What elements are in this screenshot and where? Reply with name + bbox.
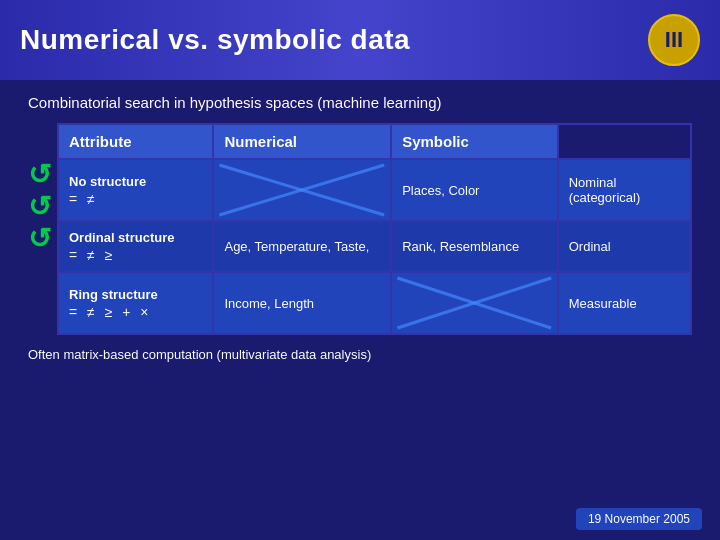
numerical-cell-1: Age, Temperature, Taste,	[213, 221, 391, 272]
header-type	[558, 124, 691, 159]
header-attribute: Attribute	[58, 124, 213, 159]
svg-line-0	[220, 165, 385, 215]
table-wrapper: ↺ ↺ ↺ Attribute Numerical Symbolic No st…	[28, 123, 692, 335]
numerical-cell-0	[213, 159, 391, 221]
table-row: No structure = ≠ Places, Co	[58, 159, 691, 221]
numerical-text-2: Income, Length	[224, 296, 314, 311]
attr-content-1: Ordinal structure = ≠ ≥	[69, 230, 202, 263]
symbolic-cell-2	[391, 272, 558, 334]
attr-name-0: No structure	[69, 174, 202, 189]
attr-content-2: Ring structure = ≠ ≥ + ×	[69, 287, 202, 320]
symbolic-cell-0: Places, Color	[391, 159, 558, 221]
type-text-0: Nominal (categorical)	[569, 175, 641, 205]
brace-mid: ↺	[28, 193, 51, 221]
university-logo: III	[648, 14, 700, 66]
attr-content-0: No structure = ≠	[69, 174, 202, 207]
type-text-2: Measurable	[569, 296, 637, 311]
attr-cell-0: No structure = ≠	[58, 159, 213, 221]
type-cell-1: Ordinal	[558, 221, 691, 272]
table-row: Ordinal structure = ≠ ≥ Age, Temperature…	[58, 221, 691, 272]
attr-symbols-1: = ≠ ≥	[69, 247, 202, 263]
page-title: Numerical vs. symbolic data	[20, 24, 410, 56]
svg-line-2	[398, 278, 552, 328]
brace-top: ↺	[28, 161, 51, 189]
title-bar: Numerical vs. symbolic data III	[0, 0, 720, 80]
attr-symbols-2: = ≠ ≥ + ×	[69, 304, 202, 320]
attr-cell-1: Ordinal structure = ≠ ≥	[58, 221, 213, 272]
type-cell-0: Nominal (categorical)	[558, 159, 691, 221]
svg-line-3	[398, 278, 552, 328]
table-header-row: Attribute Numerical Symbolic	[58, 124, 691, 159]
numerical-cell-2: Income, Length	[213, 272, 391, 334]
attr-name-2: Ring structure	[69, 287, 202, 302]
header-numerical: Numerical	[213, 124, 391, 159]
brace-bot: ↺	[28, 225, 51, 253]
type-text-1: Ordinal	[569, 239, 611, 254]
subtitle: Combinatorial search in hypothesis space…	[28, 94, 692, 111]
symbolic-text-0: Places, Color	[402, 183, 479, 198]
attr-name-1: Ordinal structure	[69, 230, 202, 245]
logo-symbol: III	[665, 27, 683, 53]
attr-symbols-0: = ≠	[69, 191, 202, 207]
table-row: Ring structure = ≠ ≥ + × Income, Length	[58, 272, 691, 334]
type-cell-2: Measurable	[558, 272, 691, 334]
svg-line-1	[220, 165, 385, 215]
footer-text: Often matrix-based computation (multivar…	[28, 347, 692, 362]
content-area: Combinatorial search in hypothesis space…	[0, 80, 720, 372]
cross-svg-0	[214, 160, 390, 220]
cross-svg-2	[392, 273, 557, 333]
date-badge: 19 November 2005	[576, 508, 702, 530]
data-table: Attribute Numerical Symbolic No structur…	[57, 123, 692, 335]
attr-cell-2: Ring structure = ≠ ≥ + ×	[58, 272, 213, 334]
symbolic-text-1: Rank, Resemblance	[402, 239, 519, 254]
cross-inner-0	[214, 160, 390, 220]
left-arrows: ↺ ↺ ↺	[28, 123, 51, 253]
numerical-text-1: Age, Temperature, Taste,	[224, 239, 369, 254]
cross-inner-2	[392, 273, 557, 333]
symbolic-cell-1: Rank, Resemblance	[391, 221, 558, 272]
header-symbolic: Symbolic	[391, 124, 558, 159]
